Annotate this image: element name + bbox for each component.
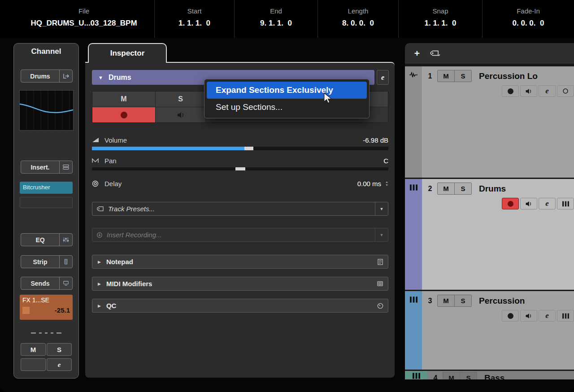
track-solo-button[interactable]: S [455,183,471,194]
track-name[interactable]: Percussion [479,296,525,306]
track-4-color-strip[interactable] [405,371,427,379]
strip-button[interactable]: Strip [21,255,73,268]
track-solo-button[interactable]: S [455,295,471,306]
pan-icon [92,158,101,163]
track-mute-solo: M S [443,372,477,379]
track-presets-dropdown-icon[interactable]: ▼ [375,202,388,215]
info-value-start[interactable]: 1. 1. 1. 0 [178,19,210,28]
insert-slot-empty[interactable] [20,197,73,208]
output-routing-icon[interactable] [59,70,72,82]
volume-value[interactable]: -6.98 dB [363,136,388,144]
track-preset-button[interactable] [428,47,442,60]
eq-button[interactable]: EQ [21,233,73,246]
info-value-end[interactable]: 9. 1. 1. 0 [260,19,292,28]
pan-value[interactable]: C [383,157,388,165]
track-monitor-button[interactable] [520,198,537,209]
info-value-length[interactable]: 8. 0. 0. 0 [342,19,374,28]
track-record-button[interactable] [502,310,519,322]
track-number: 4 [431,374,440,380]
section-qc[interactable]: ▶ QC [92,299,388,313]
delay-value[interactable]: 0.00 ms [357,180,381,187]
track-open-editor-button[interactable] [557,310,574,322]
channel-mute-button[interactable]: M [21,343,46,356]
track-mute-button[interactable]: M [443,372,460,379]
track-2-color-strip[interactable] [405,179,422,290]
info-value-fadein[interactable]: 0. 0. 0. 0 [513,19,544,28]
section-notepad[interactable]: ▶ Notepad [92,255,388,269]
track-open-editor-button[interactable] [557,198,574,209]
track-mute-button[interactable]: M [438,295,455,306]
speaker-icon [525,313,532,319]
stepper-up-icon[interactable]: ▲ [385,180,388,183]
add-track-button[interactable]: + [410,47,424,60]
expand-arrow-icon[interactable]: ▶ [98,282,101,286]
section-midi-modifiers[interactable]: ▶ MIDI Modifiers [92,277,388,291]
channel-blank-button[interactable] [21,358,46,371]
track-solo-button[interactable]: S [455,70,471,82]
fx-send-slot[interactable]: FX 1...SE -25.1 [20,295,73,320]
channel-strip-icon[interactable] [59,256,72,268]
track-mute-button[interactable]: M [438,183,455,194]
inserts-button[interactable]: Insert. [21,161,73,174]
volume-slider-handle[interactable] [244,147,253,150]
eq-icon[interactable] [59,234,72,246]
menu-item-set-up-sections[interactable]: Set up Sections... [207,99,367,116]
track-row-2[interactable]: 2 M S Drums e [405,179,574,291]
sends-button[interactable]: Sends [21,277,73,290]
insert-rack-icon[interactable] [59,161,72,173]
track-mute-button[interactable]: M [438,70,455,82]
monitor-button[interactable] [156,107,205,122]
pan-slider[interactable] [92,167,388,170]
record-enable-button[interactable] [92,107,155,122]
track-record-button[interactable] [502,198,519,209]
insert-recording-text: Insert Recording... [107,231,162,239]
volume-slider[interactable] [92,147,388,150]
track-row-4[interactable]: 4 M S Bass [405,371,574,379]
track-edit-button[interactable]: e [539,85,556,97]
inspector-edit-button[interactable]: e [377,70,389,85]
track-name[interactable]: Drums [479,184,506,194]
audio-waveform-icon [409,72,418,78]
collapse-arrow-icon[interactable]: ▼ [98,75,103,80]
volume-row: Volume -6.98 dB [92,135,388,145]
menu-item-expand-sections-exclusively[interactable]: Expand Sections Exclusively [207,82,367,99]
inspector-solo-button[interactable]: S [156,91,205,107]
tab-inspector[interactable]: Inspector [88,43,167,63]
track-freeze-button[interactable] [557,85,574,97]
track-solo-button[interactable]: S [460,372,477,379]
insert-recording-dropdown-icon[interactable]: ▼ [375,228,388,241]
track-row-1[interactable]: 1 M S Percussion Lo e [405,66,574,179]
stepper-down-icon[interactable]: ▼ [385,183,388,187]
channel-edit-button[interactable]: e [47,358,72,371]
pan-slider-handle[interactable] [235,167,245,170]
track-name[interactable]: Bass [484,373,504,380]
delay-stepper[interactable]: ▲▼ [385,180,388,187]
inspector-mute-button[interactable]: M [92,91,155,107]
channel-solo-button[interactable]: S [47,343,72,356]
info-col-snap: Snap 1. 1. 1. 0 [399,0,483,38]
track-edit-button[interactable]: e [539,310,556,322]
track-monitor-button[interactable] [520,85,537,97]
info-value-file[interactable]: HQ_DRUMS_U...03_128_BPM [30,19,137,28]
track-number: 3 [426,297,435,305]
channel-curve-display[interactable] [19,90,74,131]
record-icon [121,112,127,118]
channel-route-button[interactable]: Drums [21,70,73,83]
info-value-snap[interactable]: 1. 1. 1. 0 [425,19,457,28]
track-row-3[interactable]: 3 M S Percussion e [405,291,574,371]
insert-slot-bitcrusher[interactable]: Bitcrusher [20,182,73,194]
track-record-button[interactable] [502,85,519,97]
track-1-color-strip[interactable] [405,66,422,178]
track-presets-combo[interactable]: Track Presets... ▼ [92,202,388,216]
track-monitor-button[interactable] [520,310,537,322]
channel-route-label: Drums [21,70,59,82]
expand-arrow-icon[interactable]: ▶ [98,260,101,264]
track-name[interactable]: Percussion Lo [479,71,538,81]
track-3-color-strip[interactable] [405,291,422,370]
speaker-icon [177,112,185,118]
track-edit-button[interactable]: e [539,198,556,209]
expand-arrow-icon[interactable]: ▶ [98,304,101,308]
sends-icon[interactable] [59,277,72,289]
fader-scale-marks [14,332,78,334]
insert-recording-combo[interactable]: Insert Recording... ▼ [92,228,388,242]
